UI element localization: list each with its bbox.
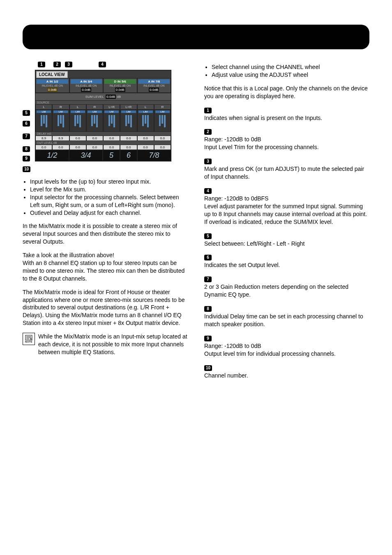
callout-badge: 1 xyxy=(38,62,45,67)
out-level-row: 0.00.00.00.00.00.00.00.0 xyxy=(35,145,171,150)
delay-value: 8.9 xyxy=(35,136,52,141)
out-level-value: 0.0 xyxy=(137,145,154,150)
delay-value: 0.0 xyxy=(154,136,171,141)
limiter-badge: LIM xyxy=(104,111,119,113)
source-row: LRLRL+RL+RLR xyxy=(35,104,171,110)
paragraph: Take a look at the illustration above! xyxy=(23,251,188,259)
meter-cell: LIM xyxy=(137,110,154,132)
callout-badge: 9 xyxy=(204,336,212,341)
source-cell: R xyxy=(52,104,69,110)
list-item: Select channel using the CHANNEL wheel xyxy=(212,63,369,71)
limiter-badge: LIM xyxy=(88,111,102,113)
source-cell: R xyxy=(86,104,103,110)
paragraph: In the Mix/Matrix mode it is possible to… xyxy=(23,222,188,246)
callout-body: Indicates the set Output level. xyxy=(204,261,369,269)
callout-body: Indicates when signal is present on the … xyxy=(204,114,369,122)
input-strip: A IN 3/4INLEVEL dB ON0.0dB xyxy=(69,78,104,93)
delay-value: 0.0 xyxy=(137,136,154,141)
left-column: 1234 5678910 LOCAL VIEW A IN 1/2INLEVEL … xyxy=(23,62,188,380)
limiter-badge: LIM xyxy=(155,111,170,113)
callout-badge: 10 xyxy=(204,365,212,371)
callout-body: Select between: Left/Right - Left - Righ… xyxy=(204,240,369,248)
note-block: NOTE While the Mix/Matrix mode is an Inp… xyxy=(23,333,188,356)
limiter-badge: LIM xyxy=(138,111,153,113)
limiter-badge: LIM xyxy=(71,111,85,113)
callout-badge: 3 xyxy=(204,159,212,164)
source-cell: R xyxy=(154,104,171,110)
callout-heading: 6 xyxy=(204,253,369,260)
input-strip-row: A IN 1/2INLEVEL dB ON0.0dBA IN 3/4INLEVE… xyxy=(35,78,171,93)
inlevel-label: INLEVEL dB ON xyxy=(71,84,102,87)
callout-badge: 3 xyxy=(65,62,72,67)
channel-number: 7/8 xyxy=(137,150,171,161)
source-label: SOURCE xyxy=(35,101,171,104)
note-text: While the Mix/Matrix mode is an Input-mi… xyxy=(38,333,188,356)
list-item: Outlevel and Delay adjust for each chann… xyxy=(30,209,188,217)
paragraph: The Mix/Matrix mode is ideal for Front o… xyxy=(23,288,188,327)
input-strip: A IN 1/2INLEVEL dB ON0.0dB xyxy=(35,78,69,93)
source-cell: L xyxy=(35,104,52,110)
out-level-label: OUT LEVEL dB xyxy=(35,141,171,145)
callout-badge: 5 xyxy=(204,233,212,239)
callout-heading: 3 xyxy=(204,157,369,164)
delay-value: 0.0 xyxy=(69,136,86,141)
note-label: NOTE xyxy=(25,341,32,343)
sum-level-value: 0.0dB xyxy=(106,94,116,99)
callout-badge: 2 xyxy=(204,129,212,135)
callout-heading: 9 xyxy=(204,334,369,341)
callout-body: 2 or 3 Gain Reduction meters depending o… xyxy=(204,283,369,299)
source-cell: L+R xyxy=(120,104,137,110)
out-level-value: 0.0 xyxy=(35,145,52,150)
header-band xyxy=(23,25,369,49)
source-cell: L+R xyxy=(103,104,120,110)
inlevel-value: 0.0dB xyxy=(149,88,159,92)
content-columns: 1234 5678910 LOCAL VIEW A IN 1/2INLEVEL … xyxy=(0,49,392,392)
callout-badge: 9 xyxy=(23,156,30,161)
out-level-value: 0.0 xyxy=(120,145,137,150)
channel-row: 1/23/4567/8 xyxy=(35,150,171,161)
source-cell: L xyxy=(137,104,154,110)
strip-title: D IN 5/6 xyxy=(104,79,136,84)
callout-badge: 4 xyxy=(99,62,106,67)
strip-title: A IN 7/8 xyxy=(138,79,170,84)
out-level-value: 0.0 xyxy=(69,145,86,150)
callout-heading: 4 xyxy=(204,187,369,194)
callout-badge: 7 xyxy=(23,134,30,139)
callout-heading: 5 xyxy=(204,232,369,239)
callout-badge: 10 xyxy=(23,166,30,172)
paragraph: With an 8 channel EQ station up to four … xyxy=(23,259,188,283)
right-bullet-list: Select channel using the CHANNEL wheelAd… xyxy=(204,63,369,79)
manual-page: 1234 5678910 LOCAL VIEW A IN 1/2INLEVEL … xyxy=(0,25,392,555)
delay-value: 0.0 xyxy=(86,136,103,141)
callout-body: Individual Delay time can be set in each… xyxy=(204,313,369,328)
callout-badge: 8 xyxy=(204,306,212,312)
side-callouts: 5678910 xyxy=(23,62,32,161)
meter-cell: LIM xyxy=(120,110,137,132)
right-item-sections: 1Indicates when signal is present on the… xyxy=(204,106,369,380)
callout-badge: 5 xyxy=(23,110,30,116)
callout-heading: 8 xyxy=(204,304,369,312)
inlevel-label: INLEVEL dB ON xyxy=(138,84,170,87)
callout-badge: 8 xyxy=(23,146,30,152)
callout-body: Range: -120dB to 0dBOutput level trim fo… xyxy=(204,342,369,358)
right-column: Select channel using the CHANNEL wheelAd… xyxy=(204,62,369,380)
callout-body: Mark and press OK (or turn ADJUST) to mu… xyxy=(204,165,369,181)
inlevel-label: INLEVEL dB ON xyxy=(37,84,68,87)
input-strip: A IN 7/8INLEVEL dB ON0.0dB xyxy=(137,78,171,93)
paragraph: Notice that this is a Local page. Only t… xyxy=(204,85,369,100)
limiter-badge: LIM xyxy=(121,111,136,113)
callout-heading: 7 xyxy=(204,275,369,282)
out-level-value: 0.0 xyxy=(103,145,120,150)
meter-cell: LIM xyxy=(69,110,86,132)
out-level-value: 0.0 xyxy=(86,145,103,150)
callout-heading: 2 xyxy=(204,127,369,135)
channel-number: 6 xyxy=(120,150,137,161)
source-cell: L xyxy=(69,104,86,110)
channel-number: 5 xyxy=(103,150,120,161)
local-view-tab: LOCAL VIEW xyxy=(36,71,68,78)
sum-level-label: SUM LEVEL xyxy=(85,95,104,99)
meter-cell: LIM xyxy=(86,110,103,132)
limiter-badge: LIM xyxy=(37,111,51,113)
meter-cell: LIM xyxy=(103,110,120,132)
callout-badge: 7 xyxy=(204,276,212,282)
